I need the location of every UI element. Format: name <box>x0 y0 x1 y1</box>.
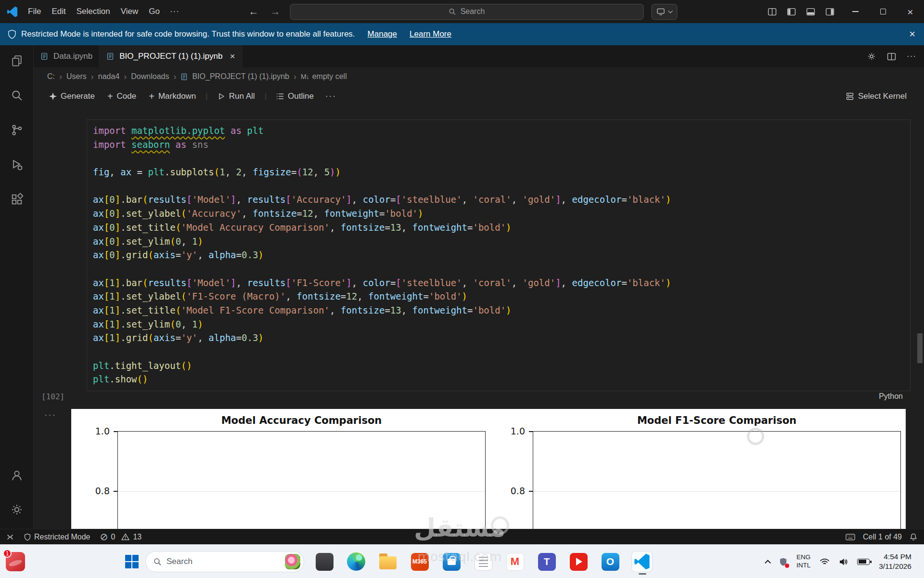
tray-overflow-chevron-icon[interactable] <box>765 560 771 566</box>
learn-more-link[interactable]: Learn More <box>410 29 451 39</box>
account-icon[interactable] <box>0 464 34 487</box>
tab-data-ipynb[interactable]: Data.ipynb <box>34 45 100 67</box>
notebook-icon <box>180 73 188 80</box>
generate-button[interactable]: Generate <box>44 89 100 104</box>
more-actions-icon[interactable]: ··· <box>907 52 916 61</box>
code-block[interactable]: import matplotlib.pyplot as pltimport se… <box>87 120 910 386</box>
teams-icon[interactable]: T <box>536 551 557 572</box>
vscode-logo-icon <box>7 6 18 17</box>
code-cell-editor[interactable]: import matplotlib.pyplot as pltimport se… <box>87 119 911 391</box>
run-debug-icon[interactable] <box>0 153 34 176</box>
chevron-down-icon <box>668 9 673 13</box>
search-icon <box>449 8 456 15</box>
menu-go[interactable]: Go <box>143 4 165 19</box>
breadcrumb-file[interactable]: BIO_PROJECT (1) (1).ipynb <box>192 72 289 81</box>
start-button[interactable] <box>122 552 142 572</box>
breadcrumb-drive[interactable]: C: <box>47 72 55 81</box>
restricted-mode-status[interactable]: Restricted Mode <box>24 533 90 541</box>
breadcrumb-downloads[interactable]: Downloads <box>131 72 169 81</box>
edge-icon[interactable] <box>346 551 367 572</box>
chevron-right-icon: › <box>293 72 297 82</box>
time: 4:54 PM <box>879 552 911 562</box>
notebook-settings-gear-icon[interactable] <box>867 52 876 61</box>
cell-output-more-icon[interactable]: ··· <box>44 409 56 420</box>
split-editor-icon[interactable] <box>768 7 777 16</box>
toggle-primary-sidebar-icon[interactable] <box>787 7 796 16</box>
keyboard-icon[interactable] <box>846 534 855 540</box>
menu-more-icon[interactable]: ··· <box>165 4 184 19</box>
outlook-icon[interactable]: O <box>600 551 621 572</box>
toggle-panel-icon[interactable] <box>806 7 815 16</box>
menu-view[interactable]: View <box>116 4 144 19</box>
explorer-icon[interactable] <box>0 49 34 72</box>
run-all-button[interactable]: Run All <box>213 89 260 104</box>
list-icon <box>276 93 284 100</box>
menu-file[interactable]: File <box>23 4 46 19</box>
chevron-right-icon: › <box>90 72 95 82</box>
clock[interactable]: 4:54 PM 3/11/2026 <box>879 552 911 571</box>
notification-badge: 1 <box>3 549 12 558</box>
volume-icon[interactable] <box>839 558 848 566</box>
y-tick-label: 0.8 <box>504 486 525 496</box>
more-actions-icon[interactable]: ··· <box>321 92 340 101</box>
toggle-secondary-sidebar-icon[interactable] <box>825 7 834 16</box>
select-kernel-button[interactable]: Select Kernel <box>841 89 911 104</box>
editor-scrollbar[interactable] <box>917 333 923 363</box>
notebook-icon <box>106 53 114 60</box>
split-editor-icon[interactable] <box>887 52 896 61</box>
tab-bio-project-ipynb[interactable]: BIO_PROJECT (1) (1).ipynb × <box>100 45 242 67</box>
dark-app-icon[interactable] <box>314 551 335 572</box>
wifi-icon[interactable] <box>820 558 830 565</box>
vscode-taskbar-icon[interactable] <box>631 551 653 572</box>
menu-edit[interactable]: Edit <box>46 4 71 19</box>
notification-app-icon[interactable]: 1 <box>6 552 25 571</box>
security-tray-icon[interactable] <box>779 557 787 566</box>
settings-gear-icon[interactable] <box>0 498 34 521</box>
tab-label: BIO_PROJECT (1) (1).ipynb <box>119 52 222 61</box>
maximize-button[interactable] <box>869 0 897 23</box>
store-icon[interactable] <box>441 551 462 572</box>
breadcrumb-users[interactable]: Users <box>66 72 87 81</box>
back-arrow-icon[interactable]: ← <box>247 6 261 17</box>
source-control-icon[interactable] <box>0 118 34 142</box>
search-sidebar-icon[interactable] <box>0 84 34 107</box>
battery-icon[interactable] <box>857 559 870 565</box>
monitor-icon <box>657 8 665 15</box>
taskbar-search[interactable]: Search <box>145 551 304 572</box>
extensions-icon[interactable] <box>0 188 34 211</box>
m365-icon[interactable]: M365 <box>409 551 430 572</box>
file-explorer-icon[interactable] <box>377 551 398 572</box>
search-placeholder: Search <box>167 557 192 566</box>
layout-control-dropdown[interactable] <box>652 4 678 20</box>
status-bar: Restricted Mode 0 13 Cell 1 of 49 <box>0 529 924 544</box>
add-code-cell-button[interactable]: +Code <box>103 89 141 104</box>
remote-indicator[interactable] <box>6 533 14 541</box>
add-markdown-cell-button[interactable]: +Markdown <box>144 89 201 104</box>
manage-link[interactable]: Manage <box>368 29 397 39</box>
tab-label: Data.ipynb <box>53 52 92 61</box>
tab-close-icon[interactable]: × <box>230 51 235 62</box>
cell-language-picker[interactable]: Python <box>879 392 903 401</box>
document-app-icon[interactable] <box>473 551 494 572</box>
command-center-search[interactable]: Search <box>290 4 644 20</box>
close-window-button[interactable]: × <box>897 0 924 23</box>
search-highlight-image[interactable] <box>285 554 300 569</box>
minimize-button[interactable] <box>842 0 869 23</box>
problems-status[interactable]: 0 13 <box>100 533 142 541</box>
banner-message: Restricted Mode is intended for safe cod… <box>21 29 355 39</box>
language-indicator[interactable]: ENG INTL <box>796 553 810 570</box>
gmail-icon[interactable]: M <box>504 551 526 572</box>
youtube-icon[interactable] <box>568 551 589 572</box>
cell-position-indicator[interactable]: Cell 1 of 49 <box>863 533 902 541</box>
banner-close-icon[interactable]: × <box>909 28 915 40</box>
breadcrumb-nada4[interactable]: nada4 <box>98 72 120 81</box>
breadcrumb-cell[interactable]: empty cell <box>312 72 347 81</box>
notebook-content: import matplotlib.pyplot as pltimport se… <box>34 107 924 529</box>
outline-button[interactable]: Outline <box>271 89 319 104</box>
menu-selection[interactable]: Selection <box>71 4 116 19</box>
shield-icon <box>8 29 16 39</box>
chart-title: Model Accuracy Comparison <box>117 415 486 426</box>
forward-arrow-icon[interactable]: → <box>269 6 282 17</box>
notifications-bell-icon[interactable] <box>910 533 917 541</box>
title-bar: File Edit Selection View Go ··· ← → Sear… <box>0 0 924 23</box>
